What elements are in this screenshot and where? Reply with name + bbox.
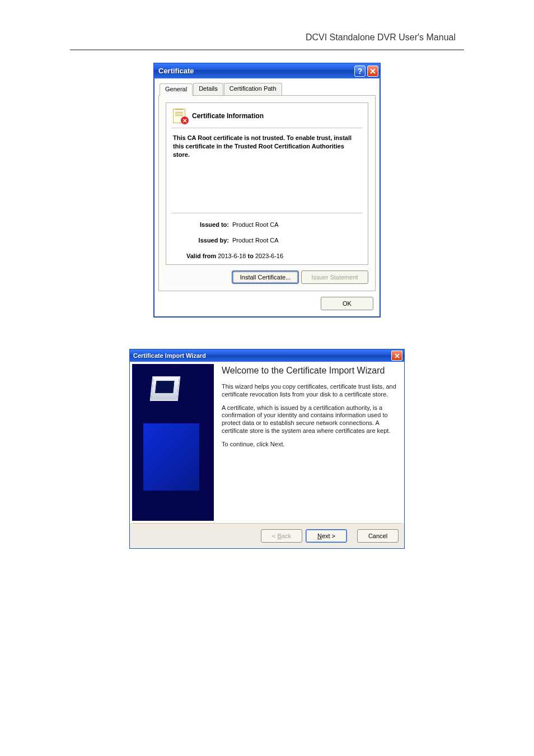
close-icon xyxy=(370,68,376,74)
tab-general[interactable]: General xyxy=(160,83,193,96)
wizard-paragraph-1: This wizard helps you copy certificates,… xyxy=(222,383,396,399)
wizard-titlebar: Certificate Import Wizard xyxy=(130,349,404,362)
doc-divider xyxy=(70,49,464,50)
doc-header-text: DCVI Standalone DVR User's Manual xyxy=(0,32,534,49)
certificate-info-title: Certificate Information xyxy=(192,112,264,120)
valid-from-value: 2013-6-18 xyxy=(218,253,246,259)
cert-tab-row: General Details Certification Path xyxy=(160,83,376,95)
certificate-titlebar: Certificate ? xyxy=(154,63,380,78)
info-divider-2 xyxy=(172,213,362,213)
valid-date-row: Valid from 2013-6-18 to 2023-6-16 xyxy=(172,253,362,259)
certificate-wizard-icon xyxy=(150,376,181,401)
valid-from-label: Valid from xyxy=(186,253,216,259)
wizard-title: Certificate Import Wizard xyxy=(130,352,391,359)
cancel-button[interactable]: Cancel xyxy=(357,529,399,543)
install-certificate-button[interactable]: Install Certificate... xyxy=(232,270,299,284)
next-button[interactable]: Next > xyxy=(306,529,347,543)
back-button: < Back xyxy=(261,529,302,543)
valid-to-value: 2023-6-16 xyxy=(255,253,283,259)
wizard-heading: Welcome to the Certificate Import Wizard xyxy=(222,365,396,376)
issued-to-row: Issued to: Product Root CA xyxy=(172,221,362,228)
close-button[interactable] xyxy=(367,66,378,77)
issuer-statement-button: Issuer Statement xyxy=(301,270,368,284)
issued-by-row: Issued by: Product Root CA xyxy=(172,237,362,244)
wizard-close-button[interactable] xyxy=(391,351,402,361)
tab-certification-path[interactable]: Certification Path xyxy=(224,83,282,95)
tab-panel-general: ✕ Certificate Information This CA Root c… xyxy=(158,95,376,291)
help-button[interactable]: ? xyxy=(354,66,366,77)
valid-to-label: to xyxy=(247,253,253,259)
issued-to-value: Product Root CA xyxy=(232,221,279,228)
close-icon xyxy=(395,353,400,358)
certificate-error-icon: ✕ xyxy=(173,109,188,123)
issued-by-value: Product Root CA xyxy=(232,237,279,244)
info-divider xyxy=(172,128,362,128)
wizard-paragraph-2: A certificate, which is issued by a cert… xyxy=(222,404,396,435)
certificate-import-wizard-dialog: Certificate Import Wizard Welcome to the… xyxy=(129,349,405,549)
certificate-warning-text: This CA Root certificate is not trusted.… xyxy=(172,134,362,159)
ok-button[interactable]: OK xyxy=(321,297,373,310)
issued-to-label: Issued to: xyxy=(186,221,232,228)
tab-details[interactable]: Details xyxy=(193,83,223,95)
wizard-paragraph-3: To continue, click Next. xyxy=(222,441,396,449)
issued-by-label: Issued by: xyxy=(186,237,232,244)
certificate-info-panel: ✕ Certificate Information This CA Root c… xyxy=(166,102,368,265)
wizard-side-graphic xyxy=(132,364,214,521)
certificate-dialog: Certificate ? General Details Certificat… xyxy=(153,63,381,318)
certificate-title: Certificate xyxy=(154,67,354,75)
